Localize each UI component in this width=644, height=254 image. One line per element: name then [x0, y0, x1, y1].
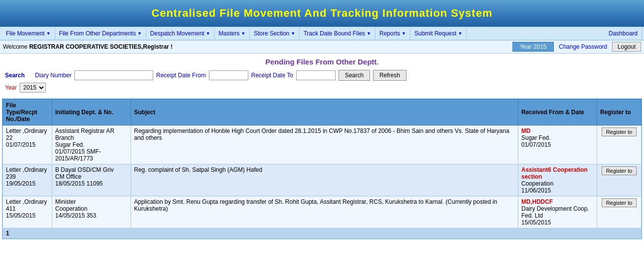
table-row: Letter ,Ordinary 411 15/05/2015Minister …: [3, 196, 642, 228]
search-button[interactable]: Search: [339, 70, 370, 81]
cell-filetype: Letter ,Ordinary 22 01/07/2015: [3, 126, 52, 164]
cell-dept: Minister Cooperation 14/05/2015 353: [52, 196, 131, 228]
table-header-row: File Type/Recpt No./Date Initiating Dept…: [3, 99, 642, 126]
files-table: File Type/Recpt No./Date Initiating Dept…: [2, 99, 642, 239]
year-select[interactable]: 2013 2014 2015 2016: [20, 83, 46, 93]
welcome-bar: Welcome REGISTRAR COOPERATIVE SOCIETIES,…: [0, 40, 644, 54]
register-to-button[interactable]: Register to: [602, 166, 637, 175]
receipt-to-label: Receipt Date To: [251, 72, 293, 79]
app-header: Centralised File Movement And Tracking I…: [0, 0, 644, 27]
change-password-link[interactable]: Change Password: [559, 43, 607, 50]
cell-dept: Assistant Registrar AR Branch Sugar Fed.…: [52, 126, 131, 164]
cell-subject: Reg. complaint of Sh. Satpal Singh (AGM)…: [131, 164, 518, 196]
register-to-button[interactable]: Register to: [602, 127, 637, 136]
cell-register: Register to: [597, 126, 642, 164]
receipt-from-label: Receipt Date From: [156, 72, 206, 79]
year-badge: Year 2015: [512, 42, 554, 52]
nav-file-movement[interactable]: File Movement ▼: [2, 27, 55, 40]
nav-track-arrow: ▼: [367, 31, 371, 36]
receipt-date-from-input[interactable]: [209, 70, 248, 80]
nav-masters-arrow: ▼: [241, 31, 245, 36]
nav-reports[interactable]: Reports ▼: [375, 27, 410, 40]
col-header-filetype: File Type/Recpt No./Date: [3, 99, 52, 126]
nav-store-section[interactable]: Store Section ▼: [250, 27, 300, 40]
cell-subject: Regarding implementation of Honble High …: [131, 126, 518, 164]
diary-label: Diary Number: [35, 72, 71, 79]
search-form: Search Diary Number Receipt Date From Re…: [0, 69, 644, 95]
nav-submit-arrow: ▼: [458, 31, 462, 36]
nav-file-other-depts-arrow: ▼: [137, 31, 142, 36]
search-row-1: Search Diary Number Receipt Date From Re…: [5, 70, 639, 81]
nav-submit-request[interactable]: Submit Request ▼: [410, 27, 467, 40]
page-title: Pending Files From Other Deptt.: [0, 54, 644, 69]
cell-received: Assistant6 Cooperation sectionCooperatio…: [518, 164, 597, 196]
nav-file-other-depts[interactable]: File From Other Departments ▼: [55, 27, 146, 40]
year-label: Year: [5, 84, 17, 91]
nav-masters[interactable]: Masters ▼: [215, 27, 250, 40]
cell-filetype: Letter ,Ordinary 411 15/05/2015: [3, 196, 52, 228]
receipt-date-to-input[interactable]: [296, 70, 336, 80]
table-row: Letter ,Ordinary 22 01/07/2015Assistant …: [3, 126, 642, 164]
col-header-subject: Subject: [131, 99, 518, 126]
search-main-label: Search: [5, 72, 32, 79]
refresh-button[interactable]: Refresh: [373, 70, 407, 81]
year-row: Year 2013 2014 2015 2016: [5, 83, 639, 93]
cell-register: Register to: [597, 164, 642, 196]
files-table-container: File Type/Recpt No./Date Initiating Dept…: [2, 98, 642, 239]
col-header-register: Register to: [597, 99, 642, 126]
cell-received: MDSugar Fed.01/07/2015: [518, 126, 597, 164]
nav-track-date[interactable]: Track Date Bound Files ▼: [300, 27, 375, 40]
logout-button[interactable]: Logout: [612, 42, 641, 52]
nav-despatch-arrow: ▼: [206, 31, 210, 36]
pagination-row: 1: [3, 228, 642, 239]
cell-register: Register to: [597, 196, 642, 228]
diary-number-input[interactable]: [74, 70, 153, 80]
pagination-cell: 1: [3, 228, 642, 239]
col-header-dept: Initiating Dept. & No.: [52, 99, 131, 126]
navbar: File Movement ▼ File From Other Departme…: [0, 27, 644, 40]
welcome-text: Welcome REGISTRAR COOPERATIVE SOCIETIES,…: [3, 43, 512, 50]
cell-received: MD,HDDCFDairy Development Coop. Fed. Ltd…: [518, 196, 597, 228]
cell-subject: Application by Smt. Renu Gupta regarding…: [131, 196, 518, 228]
col-header-received: Received From & Date: [518, 99, 597, 126]
cell-filetype: Letter ,Ordinary 239 19/05/2015: [3, 164, 52, 196]
nav-file-movement-arrow: ▼: [46, 31, 51, 36]
nav-reports-arrow: ▼: [402, 31, 406, 36]
table-row: Letter ,Ordinary 239 19/05/2015B Dayal O…: [3, 164, 642, 196]
cell-dept: B Dayal OSD/CM Griv CM Office 18/05/2015…: [52, 164, 131, 196]
nav-dashboard[interactable]: Dashboard: [605, 27, 642, 40]
nav-despatch-movement[interactable]: Despatch Movement ▼: [146, 27, 215, 40]
nav-store-arrow: ▼: [291, 31, 295, 36]
register-to-button[interactable]: Register to: [602, 198, 637, 207]
app-title: Centralised File Movement And Tracking I…: [152, 7, 493, 19]
